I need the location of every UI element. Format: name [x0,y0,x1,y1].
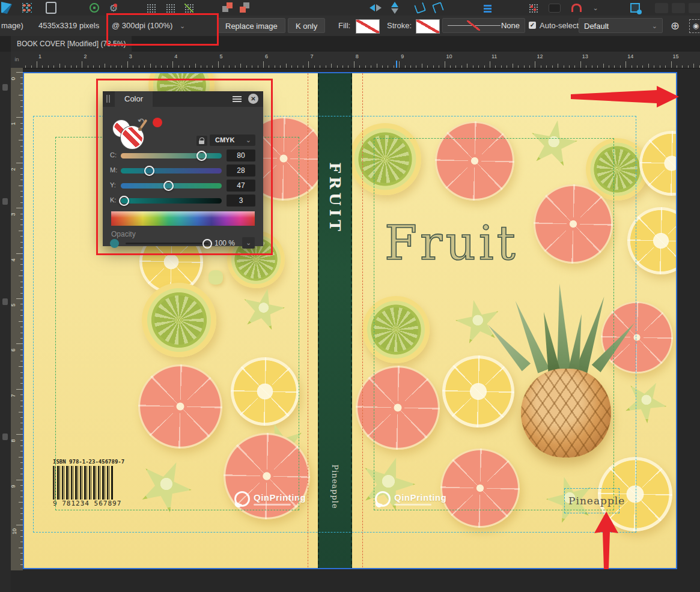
develop-icon[interactable] [88,2,101,14]
stroke-none-label: None [501,21,520,30]
flip-vertical-icon-glyph [390,2,400,14]
stroke-none-slash-icon [467,20,480,31]
snapping-magnet-icon[interactable] [570,2,583,14]
left-panel-edge [0,52,11,592]
image-size-label: 4535x3319 pixels [38,21,99,30]
boolean-add-icon[interactable] [221,2,234,14]
disabled-icon-2-glyph [672,3,685,13]
clipped-panel-icon [2,433,8,440]
safe-area-guide-front [374,138,614,510]
ruler-unit-label: in [11,52,23,68]
auto-select-label: Auto-select: [540,21,581,30]
auto-select-checkbox[interactable]: ✓ [529,22,536,29]
swatch-grid-icon[interactable] [20,2,34,14]
ruler-cursor-indicator [396,61,397,68]
fold-guide-right [362,73,363,569]
flip-horizontal-icon[interactable] [369,2,382,14]
partial-tool-icon-glyph [1,2,12,14]
stroke-swatch[interactable] [416,19,440,34]
develop-icon-glyph [90,3,99,13]
swatch-grid-icon-glyph [22,3,32,13]
pixel-grid-dense-icon[interactable] [163,2,177,14]
node-tool-icon[interactable] [628,2,642,14]
disabled-icon-1-glyph [655,3,668,13]
rotate-ccw-icon-glyph [414,2,427,14]
export-document-icon[interactable] [44,2,58,14]
clipped-panel-icon [2,198,8,205]
fill-label: Fill: [338,21,350,30]
vertical-ruler: 012345678910 [11,68,23,570]
k-only-button[interactable]: K only [288,18,325,33]
alignment-icon-glyph [484,5,492,7]
boolean-add-icon-glyph [222,2,233,13]
disabled-icon-2 [672,2,685,14]
boolean-subtract-icon-glyph [240,2,251,13]
rotate-cw-icon[interactable] [431,2,445,14]
partial-tool-icon[interactable] [0,2,13,14]
export-document-icon-glyph [46,2,56,14]
preview-eye-icon[interactable]: ◉ [689,19,700,33]
settings-gear-icon[interactable]: ⚙ [107,2,120,14]
chevron-down-icon: ⌄ [652,19,657,34]
stroke-label: Stroke: [387,21,412,30]
settings-gear-icon-glyph: ⚙ [109,2,118,14]
flip-horizontal-icon-glyph [370,3,382,13]
crosshair-target-icon[interactable]: ⊕ [671,19,680,32]
replace-image-button[interactable]: Replace image [218,18,285,33]
rotate-cw-icon-glyph [432,2,445,14]
annotation-box-dpi [106,13,219,46]
pixel-grid-dense-icon-glyph [166,4,175,13]
grid-settings-icon-glyph [529,4,538,13]
grid-settings-icon[interactable] [526,2,540,14]
app-window: ⚙⌄ mage) 4535x3319 pixels @ 300dpi (100%… [0,0,700,592]
snapping-magnet-icon-glyph [571,4,582,12]
main-toolbar: ⚙⌄ [0,0,700,16]
document-tab-bar: BOOK COVER [Modified] (78.5%) [0,36,700,52]
clipped-panel-icon [2,298,8,305]
mesh-warp-icon[interactable] [182,2,195,14]
node-tool-icon-glyph [630,3,640,13]
annotation-box-color-panel [96,79,273,255]
stroke-style-button[interactable]: None [442,18,525,33]
fruit-lemon [639,131,677,196]
rotate-ccw-icon[interactable] [413,2,427,14]
fold-guide-left [308,73,308,569]
auto-select-dropdown[interactable]: Default⌄ [579,18,663,33]
fill-swatch[interactable] [356,19,380,34]
horizontal-ruler: 123456789101112131415 [23,52,700,68]
boolean-subtract-icon[interactable] [239,2,252,14]
clipped-panel-icon [2,84,8,91]
truncated-image-label: mage) [1,21,23,30]
disabled-icon-3-glyph [689,3,700,13]
mesh-warp-icon-glyph [184,4,193,13]
disabled-icon-1 [655,2,668,14]
disabled-icon-3 [689,2,700,14]
snapping-chevron-icon[interactable]: ⌄ [589,2,602,14]
snapping-chevron-icon-glyph: ⌄ [592,4,598,12]
context-toolbar: mage) 4535x3319 pixels @ 300dpi (100%) ⌄… [0,16,700,37]
pixel-grid-icon[interactable] [144,2,157,14]
insert-behind-icon[interactable] [548,2,561,14]
alignment-icon[interactable] [481,2,494,14]
flip-vertical-icon[interactable] [388,2,401,14]
insert-behind-icon-glyph [549,4,561,13]
pixel-grid-icon-glyph [147,4,156,13]
